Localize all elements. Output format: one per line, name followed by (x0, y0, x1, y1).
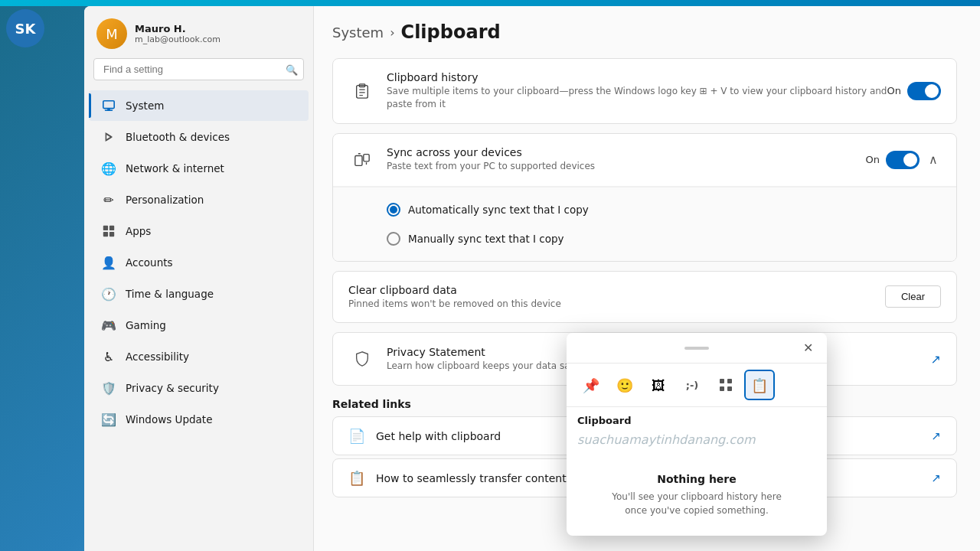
sidebar-item-time[interactable]: 🕐 Time & language (89, 279, 309, 309)
svg-rect-6 (109, 232, 114, 236)
sidebar-item-bluetooth[interactable]: Bluetooth & devices (89, 122, 309, 152)
radio-manual-sync[interactable]: Manually sync text that I copy (387, 224, 941, 253)
popup-tool-gif[interactable]: 🖼 (643, 370, 674, 400)
accessibility-icon: ♿ (101, 349, 116, 364)
radio-auto-label: Automatically sync text that I copy (408, 204, 589, 216)
sidebar-label-personalization: Personalization (126, 194, 204, 206)
clear-clipboard-desc: Pinned items won't be removed on this de… (348, 298, 885, 311)
popup-close-button[interactable]: ✕ (799, 339, 818, 357)
sidebar-label-update: Windows Update (126, 413, 212, 425)
clipboard-popup: ✕ 📌 🙂 🖼 ;-) 📋 Clipboard suachuamaytinhda… (567, 333, 827, 536)
user-header: M Mauro H. m_lab@outlook.com (84, 6, 313, 58)
sync-devices-row: Sync across your devices Paste text from… (333, 134, 956, 187)
clipboard-history-title: Clipboard history (387, 71, 887, 83)
settings-window: M Mauro H. m_lab@outlook.com 🔍 (84, 6, 980, 551)
sidebar-label-time: Time & language (126, 288, 214, 300)
popup-empty-title: Nothing here (577, 473, 816, 485)
sync-devices-text: Sync across your devices Paste text from… (387, 146, 866, 173)
popup-empty: Nothing here You'll see your clipboard h… (567, 455, 827, 536)
search-input[interactable] (93, 58, 304, 80)
clear-clipboard-text: Clear clipboard data Pinned items won't … (348, 284, 885, 311)
sidebar-item-system[interactable]: System (89, 90, 309, 121)
sidebar-label-system: System (126, 99, 164, 112)
sync-chevron-button[interactable]: ∧ (926, 149, 941, 170)
radio-auto-sync[interactable]: Automatically sync text that I copy (387, 195, 941, 224)
popup-section-title: Clipboard (567, 407, 827, 429)
clipboard-history-toggle[interactable] (907, 82, 941, 100)
sync-devices-control: On ∧ (866, 149, 941, 170)
popup-tool-clipboard[interactable]: 📋 (744, 370, 775, 400)
search-icon: 🔍 (286, 64, 298, 75)
sync-devices-toggle[interactable] (886, 151, 920, 169)
svg-rect-14 (720, 379, 724, 383)
clear-clipboard-card: Clear clipboard data Pinned items won't … (332, 271, 957, 324)
sidebar-item-privacy[interactable]: 🛡️ Privacy & security (89, 373, 309, 403)
popup-tool-pin[interactable]: 📌 (576, 370, 606, 400)
help-text: Get help with clipboard (376, 430, 501, 442)
sidebar-item-update[interactable]: 🔄 Windows Update (89, 404, 309, 435)
sidebar-label-network: Network & internet (126, 162, 224, 174)
popup-empty-desc: You'll see your clipboard history hereon… (577, 490, 816, 517)
breadcrumb-parent[interactable]: System (332, 24, 384, 41)
sidebar-item-accounts[interactable]: 👤 Accounts (89, 247, 309, 278)
sidebar: M Mauro H. m_lab@outlook.com 🔍 (84, 6, 314, 551)
radio-manual-label: Manually sync text that I copy (408, 233, 564, 245)
bluetooth-icon (101, 129, 116, 145)
sidebar-label-apps: Apps (126, 225, 151, 237)
sidebar-label-accounts: Accounts (126, 256, 173, 269)
clipboard-history-control: On (887, 82, 941, 100)
clipboard-history-row: Clipboard history Save multiple items to… (333, 59, 956, 123)
privacy-icon-row (348, 345, 376, 373)
time-icon: 🕐 (101, 286, 116, 302)
sidebar-label-privacy: Privacy & security (126, 382, 219, 394)
popup-watermark: suachuamaytinhdanang.com (567, 429, 827, 455)
popup-drag-handle[interactable] (684, 347, 709, 350)
privacy-external-link-icon[interactable]: ↗ (931, 352, 941, 367)
sync-devices-desc: Paste text from your PC to supported dev… (387, 160, 866, 173)
sk-circle-icon: SK (6, 9, 44, 47)
update-icon: 🔄 (101, 412, 116, 427)
popup-tool-emoji[interactable]: 🙂 (609, 370, 640, 400)
svg-rect-16 (720, 386, 724, 391)
gaming-icon: 🎮 (101, 318, 116, 333)
radio-auto-circle (387, 203, 400, 217)
clear-clipboard-title: Clear clipboard data (348, 284, 885, 296)
network-icon: 🌐 (101, 161, 116, 176)
user-info: Mauro H. m_lab@outlook.com (135, 23, 220, 44)
svg-rect-4 (109, 226, 114, 230)
sk-logo: SK (6, 9, 44, 47)
popup-tool-symbols[interactable] (710, 370, 741, 400)
sidebar-item-gaming[interactable]: 🎮 Gaming (89, 310, 309, 341)
sidebar-label-gaming: Gaming (126, 319, 166, 331)
popup-toolbar: 📌 🙂 🖼 ;-) 📋 (567, 364, 827, 407)
sync-devices-title: Sync across your devices (387, 146, 866, 158)
clipboard-history-toggle-label: On (887, 85, 901, 96)
sync-devices-card: Sync across your devices Paste text from… (332, 133, 957, 262)
user-name: Mauro H. (135, 23, 220, 34)
accounts-icon: 👤 (101, 255, 116, 270)
search-box: 🔍 (93, 58, 304, 80)
sync-devices-icon (348, 146, 376, 174)
transfer-external-icon: ↗ (931, 471, 941, 485)
sidebar-item-apps[interactable]: Apps (89, 216, 309, 246)
privacy-icon: 🛡️ (101, 380, 116, 396)
svg-rect-17 (727, 386, 732, 391)
popup-tool-emoticon[interactable]: ;-) (677, 370, 707, 400)
page-header: System › Clipboard (332, 21, 957, 43)
help-icon: 📄 (348, 428, 365, 444)
clear-clipboard-row: Clear clipboard data Pinned items won't … (333, 272, 956, 323)
transfer-icon: 📋 (348, 470, 365, 486)
system-icon (101, 98, 116, 113)
sidebar-item-personalization[interactable]: ✏️ Personalization (89, 184, 309, 215)
svg-rect-15 (727, 379, 732, 383)
help-external-icon: ↗ (931, 429, 941, 443)
avatar: M (96, 18, 127, 49)
sidebar-item-network[interactable]: 🌐 Network & internet (89, 153, 309, 184)
sync-expanded: Automatically sync text that I copy Manu… (333, 187, 956, 261)
svg-rect-13 (364, 154, 369, 161)
svg-rect-0 (103, 101, 114, 109)
svg-rect-12 (355, 155, 362, 165)
clear-button[interactable]: Clear (885, 285, 941, 308)
sidebar-item-accessibility[interactable]: ♿ Accessibility (89, 341, 309, 372)
popup-header: ✕ (567, 333, 827, 364)
